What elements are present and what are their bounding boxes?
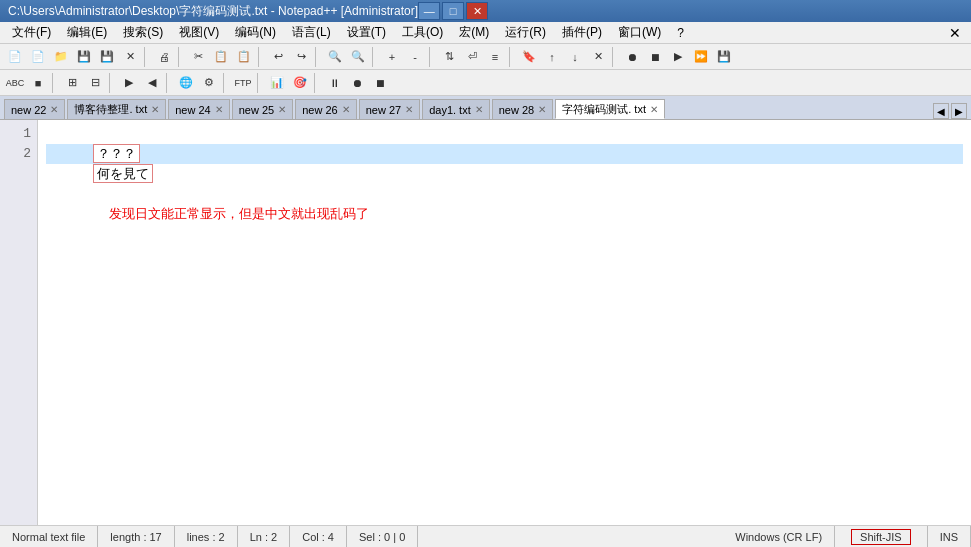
status-ln: Ln : 2 (238, 526, 291, 547)
menu-window[interactable]: 窗口(W) (610, 22, 669, 43)
tab-nav-left[interactable]: ◀ (933, 103, 949, 119)
tab-close-new26[interactable]: ✕ (342, 104, 350, 115)
tb2-10[interactable]: 📊 (266, 72, 288, 94)
tab-new27[interactable]: new 27 ✕ (359, 99, 420, 119)
tb2-sep6 (314, 73, 320, 93)
tb-open[interactable]: 📁 (50, 46, 72, 68)
maximize-button[interactable]: □ (442, 2, 464, 20)
tab-encoding-test[interactable]: 字符编码测试. txt ✕ (555, 99, 665, 119)
tb-macro-stop[interactable]: ⏹ (644, 46, 666, 68)
tb-redo[interactable]: ↪ (290, 46, 312, 68)
menu-encoding[interactable]: 编码(N) (227, 22, 284, 43)
tb2-4[interactable]: ⊟ (84, 72, 106, 94)
menu-search[interactable]: 搜索(S) (115, 22, 171, 43)
tab-close-new27[interactable]: ✕ (405, 104, 413, 115)
tb-find[interactable]: 🔍 (324, 46, 346, 68)
tb-replace[interactable]: 🔍 (347, 46, 369, 68)
editor-content[interactable]: ？？？ 何を見て 发现日文能正常显示，但是中文就出现乱码了 (38, 120, 971, 525)
tb-print[interactable]: 🖨 (153, 46, 175, 68)
tb-next-bookmark[interactable]: ↓ (564, 46, 586, 68)
tb-zoomin[interactable]: + (381, 46, 403, 68)
tb2-9[interactable]: FTP (232, 72, 254, 94)
window-controls: — □ ✕ (418, 2, 488, 20)
tab-close-new28[interactable]: ✕ (538, 104, 546, 115)
tb-save[interactable]: 💾 (73, 46, 95, 68)
menu-macro[interactable]: 宏(M) (451, 22, 497, 43)
tb2-1[interactable]: ABC (4, 72, 26, 94)
garbled-text-line1: ？？？ (93, 144, 140, 163)
tb-wordwrap[interactable]: ⏎ (461, 46, 483, 68)
tab-blog[interactable]: 博客待整理. txt ✕ (67, 99, 166, 119)
menu-help[interactable]: ? (669, 22, 692, 43)
tab-close-encoding[interactable]: ✕ (650, 104, 658, 115)
minimize-button[interactable]: — (418, 2, 440, 20)
tb2-8[interactable]: ⚙ (198, 72, 220, 94)
tb2-5[interactable]: ▶ (118, 72, 140, 94)
tb-indent[interactable]: ≡ (484, 46, 506, 68)
tb-sync-scroll[interactable]: ⇅ (438, 46, 460, 68)
tb2-sep3 (166, 73, 172, 93)
tb2-6[interactable]: ◀ (141, 72, 163, 94)
statusbar: Normal text file length : 17 lines : 2 L… (0, 525, 971, 547)
tb2-7[interactable]: 🌐 (175, 72, 197, 94)
tb-sep7 (509, 47, 515, 67)
tb-clear-bookmark[interactable]: ✕ (587, 46, 609, 68)
tb-new-win[interactable]: 📄 (27, 46, 49, 68)
tb-zoomout[interactable]: - (404, 46, 426, 68)
line-numbers: 1 2 (0, 120, 38, 525)
menu-tools[interactable]: 工具(O) (394, 22, 451, 43)
tb-cut[interactable]: ✂ (187, 46, 209, 68)
tb-bookmark[interactable]: 🔖 (518, 46, 540, 68)
tab-new26[interactable]: new 26 ✕ (295, 99, 356, 119)
status-filetype: Normal text file (0, 526, 98, 547)
tab-new22[interactable]: new 22 ✕ (4, 99, 65, 119)
close-x-button[interactable]: ✕ (943, 23, 967, 43)
menu-language[interactable]: 语言(L) (284, 22, 339, 43)
tab-new28[interactable]: new 28 ✕ (492, 99, 553, 119)
tab-day1[interactable]: day1. txt ✕ (422, 99, 490, 119)
tab-close-blog[interactable]: ✕ (151, 104, 159, 115)
tab-new25[interactable]: new 25 ✕ (232, 99, 293, 119)
tab-nav-right[interactable]: ▶ (951, 103, 967, 119)
tab-close-new22[interactable]: ✕ (50, 104, 58, 115)
close-button[interactable]: ✕ (466, 2, 488, 20)
menu-plugins[interactable]: 插件(P) (554, 22, 610, 43)
line-num-1: 1 (0, 124, 31, 144)
tab-nav: ◀ ▶ (933, 103, 967, 119)
tb-sep8 (612, 47, 618, 67)
tab-close-new24[interactable]: ✕ (215, 104, 223, 115)
status-encoding[interactable]: Shift-JIS (835, 526, 928, 547)
tb-sep2 (178, 47, 184, 67)
tb-macro-play[interactable]: ▶ (667, 46, 689, 68)
tab-close-day1[interactable]: ✕ (475, 104, 483, 115)
tb2-sep1 (52, 73, 58, 93)
status-mode: INS (928, 526, 971, 547)
tb-undo[interactable]: ↩ (267, 46, 289, 68)
tb2-2[interactable]: ■ (27, 72, 49, 94)
tb-copy[interactable]: 📋 (210, 46, 232, 68)
tb-saveall[interactable]: 💾 (96, 46, 118, 68)
tab-label: new 26 (302, 104, 337, 116)
tb2-13[interactable]: ⏺ (346, 72, 368, 94)
menu-run[interactable]: 运行(R) (497, 22, 554, 43)
tab-close-new25[interactable]: ✕ (278, 104, 286, 115)
tb-prev-bookmark[interactable]: ↑ (541, 46, 563, 68)
tb2-12[interactable]: ⏸ (323, 72, 345, 94)
menu-view[interactable]: 视图(V) (171, 22, 227, 43)
tb2-14[interactable]: ⏹ (369, 72, 391, 94)
tb-close[interactable]: ✕ (119, 46, 141, 68)
tb-new[interactable]: 📄 (4, 46, 26, 68)
tb-macro-run-multi[interactable]: ⏩ (690, 46, 712, 68)
menu-edit[interactable]: 编辑(E) (59, 22, 115, 43)
garbled-text-line2: 何を見て (93, 164, 153, 183)
tb-save-macro[interactable]: 💾 (713, 46, 735, 68)
menu-settings[interactable]: 设置(T) (339, 22, 394, 43)
tab-new24[interactable]: new 24 ✕ (168, 99, 229, 119)
tb2-11[interactable]: 🎯 (289, 72, 311, 94)
tb-paste[interactable]: 📋 (233, 46, 255, 68)
tb2-3[interactable]: ⊞ (61, 72, 83, 94)
status-lines: lines : 2 (175, 526, 238, 547)
tb-macro-rec[interactable]: ⏺ (621, 46, 643, 68)
menu-file[interactable]: 文件(F) (4, 22, 59, 43)
comment-text: 发现日文能正常显示，但是中文就出现乱码了 (46, 206, 369, 241)
